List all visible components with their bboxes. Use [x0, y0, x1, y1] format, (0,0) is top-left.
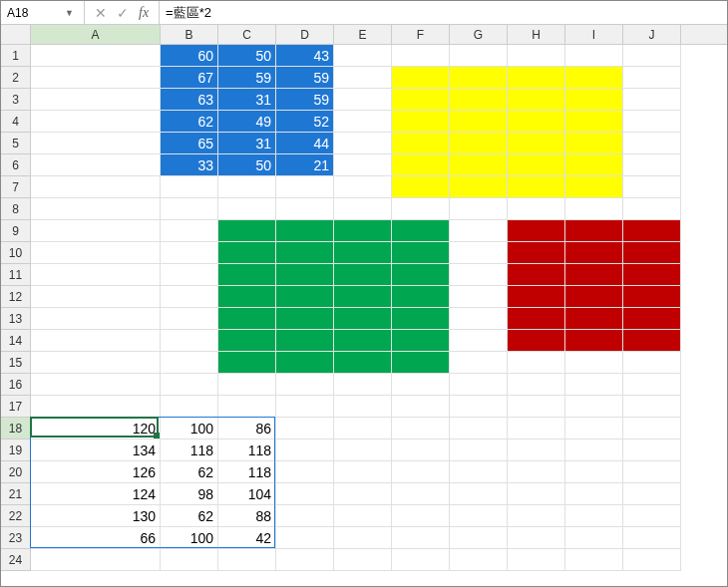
cell-H8[interactable] — [508, 198, 565, 220]
cell-G20[interactable] — [450, 461, 508, 483]
cell-J8[interactable] — [623, 198, 681, 220]
cell-J1[interactable] — [623, 45, 681, 67]
cell-F11[interactable] — [392, 264, 450, 286]
cell-F9[interactable] — [392, 220, 450, 242]
cell-A5[interactable] — [31, 133, 161, 154]
cell-B1[interactable]: 60 — [161, 45, 218, 67]
cell-E8[interactable] — [334, 198, 392, 220]
cell-C17[interactable] — [218, 396, 276, 418]
cell-J11[interactable] — [623, 264, 681, 286]
cell-H3[interactable] — [508, 89, 565, 111]
cell-I12[interactable] — [565, 286, 623, 308]
cell-E16[interactable] — [334, 374, 392, 396]
cell-E23[interactable] — [334, 527, 392, 549]
cell-B3[interactable]: 63 — [161, 89, 218, 111]
row-header-10[interactable]: 10 — [1, 242, 31, 264]
cell-J24[interactable] — [623, 549, 681, 571]
cell-F22[interactable] — [392, 505, 450, 527]
select-all-corner[interactable] — [1, 25, 31, 44]
cell-E1[interactable] — [334, 45, 392, 67]
cell-A4[interactable] — [31, 111, 161, 133]
cell-E2[interactable] — [334, 67, 392, 89]
cell-E22[interactable] — [334, 505, 392, 527]
cell-E14[interactable] — [334, 330, 392, 352]
row-header-17[interactable]: 17 — [1, 396, 31, 418]
cell-C6[interactable]: 50 — [218, 154, 276, 176]
cell-B19[interactable]: 118 — [161, 440, 218, 461]
cell-E20[interactable] — [334, 461, 392, 483]
row-header-23[interactable]: 23 — [1, 527, 31, 549]
col-header-J[interactable]: J — [623, 25, 681, 44]
cell-C22[interactable]: 88 — [218, 505, 276, 527]
cell-B21[interactable]: 98 — [161, 483, 218, 505]
cell-D18[interactable] — [276, 418, 334, 440]
cell-D11[interactable] — [276, 264, 334, 286]
cell-A24[interactable] — [31, 549, 161, 571]
cell-J17[interactable] — [623, 396, 681, 418]
cell-H20[interactable] — [508, 461, 565, 483]
cell-A20[interactable]: 126 — [31, 461, 161, 483]
cell-D10[interactable] — [276, 242, 334, 264]
row-header-22[interactable]: 22 — [1, 505, 31, 527]
cell-H9[interactable] — [508, 220, 565, 242]
cell-E3[interactable] — [334, 89, 392, 111]
cell-J6[interactable] — [623, 154, 681, 176]
cell-H5[interactable] — [508, 133, 565, 154]
cell-C24[interactable] — [218, 549, 276, 571]
cell-C20[interactable]: 118 — [218, 461, 276, 483]
cell-C10[interactable] — [218, 242, 276, 264]
cell-D22[interactable] — [276, 505, 334, 527]
cell-B11[interactable] — [161, 264, 218, 286]
cell-G2[interactable] — [450, 67, 508, 89]
cell-G4[interactable] — [450, 111, 508, 133]
cell-F24[interactable] — [392, 549, 450, 571]
cell-I15[interactable] — [565, 352, 623, 374]
cell-I22[interactable] — [565, 505, 623, 527]
cell-C14[interactable] — [218, 330, 276, 352]
row-header-20[interactable]: 20 — [1, 461, 31, 483]
cell-B20[interactable]: 62 — [161, 461, 218, 483]
cell-B17[interactable] — [161, 396, 218, 418]
cell-F1[interactable] — [392, 45, 450, 67]
name-box-input[interactable] — [5, 5, 65, 21]
cell-D16[interactable] — [276, 374, 334, 396]
cell-G7[interactable] — [450, 176, 508, 198]
cell-G21[interactable] — [450, 483, 508, 505]
cell-E19[interactable] — [334, 440, 392, 461]
cell-C23[interactable]: 42 — [218, 527, 276, 549]
row-header-19[interactable]: 19 — [1, 440, 31, 461]
row-header-18[interactable]: 18 — [1, 418, 31, 440]
cell-E4[interactable] — [334, 111, 392, 133]
cell-G5[interactable] — [450, 133, 508, 154]
col-header-I[interactable]: I — [565, 25, 623, 44]
cell-C4[interactable]: 49 — [218, 111, 276, 133]
cell-J4[interactable] — [623, 111, 681, 133]
cell-B7[interactable] — [161, 176, 218, 198]
cell-D12[interactable] — [276, 286, 334, 308]
cell-D23[interactable] — [276, 527, 334, 549]
cell-D20[interactable] — [276, 461, 334, 483]
cell-F5[interactable] — [392, 133, 450, 154]
cell-I3[interactable] — [565, 89, 623, 111]
cell-I19[interactable] — [565, 440, 623, 461]
cell-J13[interactable] — [623, 308, 681, 330]
cell-C5[interactable]: 31 — [218, 133, 276, 154]
cell-F2[interactable] — [392, 67, 450, 89]
cell-F14[interactable] — [392, 330, 450, 352]
cell-H16[interactable] — [508, 374, 565, 396]
cell-F6[interactable] — [392, 154, 450, 176]
cell-B8[interactable] — [161, 198, 218, 220]
cell-J19[interactable] — [623, 440, 681, 461]
cell-D19[interactable] — [276, 440, 334, 461]
cell-D7[interactable] — [276, 176, 334, 198]
cancel-icon[interactable]: ✕ — [95, 5, 107, 21]
cell-I7[interactable] — [565, 176, 623, 198]
cell-A22[interactable]: 130 — [31, 505, 161, 527]
cell-E10[interactable] — [334, 242, 392, 264]
cell-C2[interactable]: 59 — [218, 67, 276, 89]
cell-A19[interactable]: 134 — [31, 440, 161, 461]
confirm-icon[interactable]: ✓ — [117, 5, 129, 21]
cell-J10[interactable] — [623, 242, 681, 264]
cell-H18[interactable] — [508, 418, 565, 440]
cell-H19[interactable] — [508, 440, 565, 461]
